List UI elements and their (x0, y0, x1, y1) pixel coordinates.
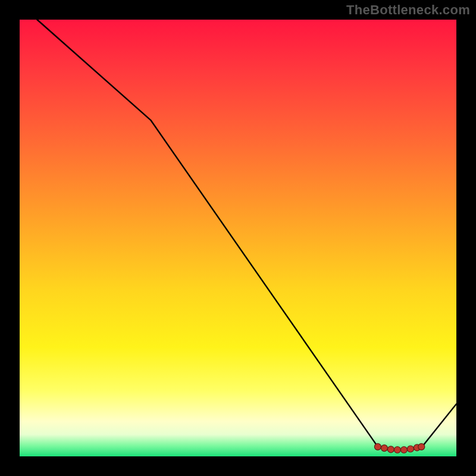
watermark-text: TheBottleneck.com (346, 2, 470, 18)
main-curve (37, 20, 456, 450)
marker-dot (394, 447, 400, 453)
marker-dot (381, 445, 387, 452)
marker-dot (387, 446, 394, 453)
marker-dot (407, 446, 414, 452)
marker-cluster (374, 443, 424, 453)
marker-dot (418, 443, 425, 450)
marker-dot (400, 447, 407, 453)
marker-dot (374, 443, 381, 450)
chart-frame: TheBottleneck.com (0, 0, 476, 476)
chart-overlay (20, 20, 456, 456)
